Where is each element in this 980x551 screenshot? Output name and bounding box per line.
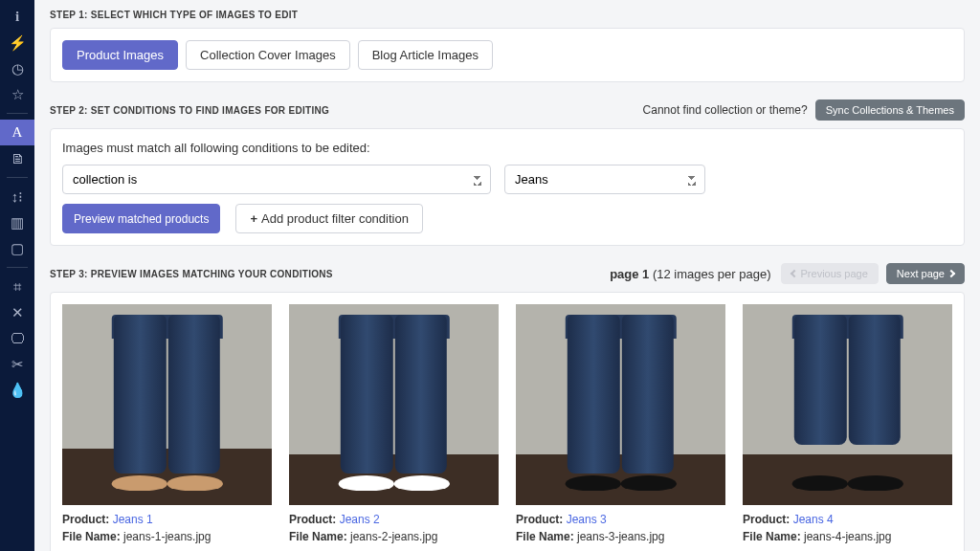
- step2-panel: Images must match all following conditio…: [50, 128, 965, 246]
- tab-product-images[interactable]: Product Images: [62, 40, 178, 70]
- file-name: jeans-2-jeans.jpg: [350, 530, 437, 543]
- product-label: Product:: [516, 513, 563, 526]
- tab-blog-article-images[interactable]: Blog Article Images: [358, 40, 493, 70]
- chart-icon[interactable]: ▥: [0, 209, 34, 235]
- screen-icon[interactable]: 🖵: [0, 325, 34, 351]
- sidebar-divider: [7, 113, 28, 114]
- product-label: Product:: [62, 513, 109, 526]
- clock-icon[interactable]: ◷: [0, 55, 34, 81]
- main-content: STEP 1: SELECT WHICH TYPE OF IMAGES TO E…: [34, 0, 980, 551]
- sidebar-divider: [7, 267, 28, 268]
- sort-icon[interactable]: ↕⁝: [0, 184, 34, 209]
- text-a-icon[interactable]: A: [0, 120, 34, 145]
- image-card: Product: Jeans 1File Name: jeans-1-jeans…: [62, 304, 272, 545]
- condition-field-select[interactable]: collection is: [62, 165, 491, 194]
- chevron-right-icon: [947, 270, 955, 277]
- product-label: Product:: [743, 513, 790, 526]
- add-filter-label: Add product filter condition: [261, 211, 409, 226]
- square-icon[interactable]: ▢: [0, 235, 34, 261]
- star-icon[interactable]: ☆: [0, 81, 34, 107]
- image-card: Product: Jeans 3File Name: jeans-3-jeans…: [516, 304, 725, 545]
- image-thumbnail[interactable]: [62, 304, 272, 505]
- next-page-button[interactable]: Next page: [886, 263, 965, 284]
- pager-info: page 1 (12 images per page): [610, 267, 770, 281]
- step1-panel: Product ImagesCollection Cover ImagesBlo…: [50, 28, 965, 82]
- sidebar-divider: [7, 177, 28, 178]
- file-label: File Name:: [289, 530, 347, 543]
- plus-icon: +: [250, 211, 257, 226]
- product-label: Product:: [289, 513, 336, 526]
- per-page-label: (12 images per page): [653, 267, 771, 281]
- tab-collection-cover-images[interactable]: Collection Cover Images: [186, 40, 350, 70]
- image-card: Product: Jeans 4File Name: jeans-4-jeans…: [743, 304, 952, 545]
- droplet-icon[interactable]: 💧: [0, 377, 34, 403]
- step1-heading: STEP 1: SELECT WHICH TYPE OF IMAGES TO E…: [50, 10, 965, 20]
- condition-value-select[interactable]: Jeans: [504, 165, 705, 194]
- conditions-instruction: Images must match all following conditio…: [62, 141, 952, 155]
- file-name: jeans-4-jeans.jpg: [804, 530, 891, 543]
- file-name: jeans-1-jeans.jpg: [123, 530, 211, 543]
- file-label: File Name:: [62, 530, 121, 543]
- step3-heading: STEP 3: PREVIEW IMAGES MATCHING YOUR CON…: [50, 269, 333, 279]
- image-thumbnail[interactable]: [289, 304, 499, 505]
- step2-heading: STEP 2: SET CONDITIONS TO FIND IMAGES FO…: [50, 105, 329, 116]
- file-label: File Name:: [516, 530, 574, 543]
- expand-icon[interactable]: ✕: [0, 299, 34, 325]
- preview-products-button[interactable]: Preview matched products: [62, 204, 220, 233]
- image-card: Product: Jeans 2File Name: jeans-2-jeans…: [289, 304, 499, 545]
- info-icon[interactable]: i: [0, 4, 34, 30]
- image-meta: Product: Jeans 3File Name: jeans-3-jeans…: [516, 511, 725, 545]
- file-name: jeans-3-jeans.jpg: [577, 530, 664, 543]
- file-label: File Name:: [743, 530, 801, 543]
- image-thumbnail[interactable]: [743, 304, 952, 505]
- product-link[interactable]: Jeans 1: [113, 513, 153, 526]
- document-icon[interactable]: 🗎: [0, 145, 34, 171]
- sync-collections-button[interactable]: Sync Collections & Themes: [815, 99, 965, 121]
- sidebar: i⚡◷☆A🗎↕⁝▥▢⌗✕🖵✂💧: [0, 0, 34, 551]
- previous-page-label: Previous page: [801, 268, 868, 279]
- image-thumbnail[interactable]: [516, 304, 725, 505]
- product-link[interactable]: Jeans 2: [340, 513, 380, 526]
- previous-page-button: Previous page: [781, 263, 879, 284]
- image-grid: Product: Jeans 1File Name: jeans-1-jeans…: [50, 292, 965, 551]
- condition-field-dropdown[interactable]: collection is: [62, 165, 491, 194]
- bolt-icon[interactable]: ⚡: [0, 30, 34, 55]
- scissors-icon[interactable]: ✂: [0, 351, 34, 377]
- image-meta: Product: Jeans 2File Name: jeans-2-jeans…: [289, 511, 499, 545]
- sync-notice-text: Cannot find collection or theme?: [643, 103, 808, 117]
- next-page-label: Next page: [897, 268, 945, 279]
- product-link[interactable]: Jeans 4: [793, 513, 834, 526]
- image-meta: Product: Jeans 4File Name: jeans-4-jeans…: [743, 511, 952, 545]
- crop-icon[interactable]: ⌗: [0, 274, 34, 299]
- page-label: page 1: [610, 267, 649, 281]
- product-link[interactable]: Jeans 3: [567, 513, 607, 526]
- condition-value-dropdown[interactable]: Jeans: [504, 165, 705, 194]
- image-meta: Product: Jeans 1File Name: jeans-1-jeans…: [62, 511, 272, 545]
- add-filter-button[interactable]: +Add product filter condition: [235, 204, 423, 233]
- chevron-left-icon: [790, 270, 797, 277]
